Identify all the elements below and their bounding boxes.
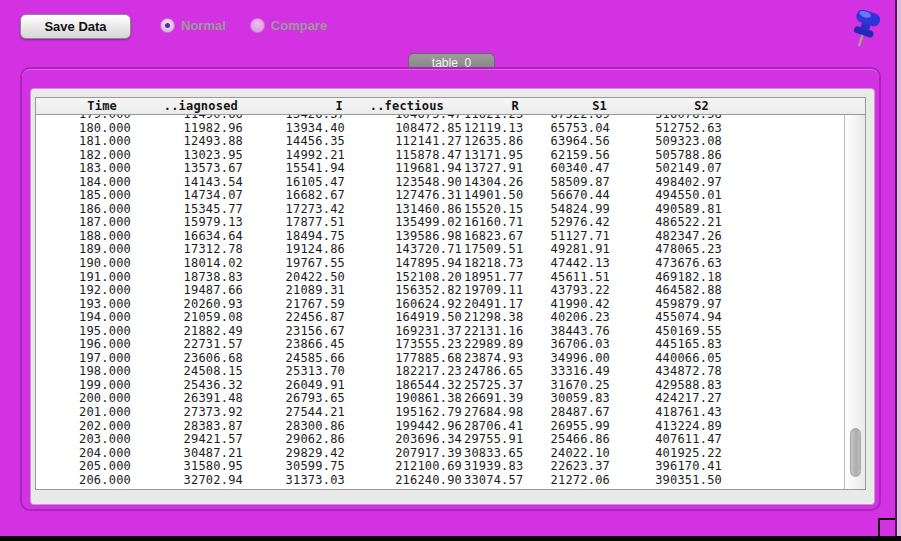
table-row[interactable]: 186.00015345.7717273.42131460.8615520.15…	[36, 203, 865, 217]
value-cell: 16105.47	[245, 176, 347, 190]
value-cell: 143720.71	[347, 243, 464, 257]
value-cell: 464582.88	[612, 284, 724, 298]
table-row[interactable]: 198.00024508.1525313.70182217.2324786.65…	[36, 365, 865, 379]
value-cell: 31580.95	[133, 460, 245, 474]
value-cell: 21882.49	[133, 325, 245, 339]
value-cell: 62159.56	[525, 149, 612, 163]
table-row[interactable]: 190.00018014.0219767.55147895.9418218.73…	[36, 257, 865, 271]
value-cell: 473676.63	[612, 257, 724, 271]
table-row[interactable]: 188.00016634.6418494.75139586.9816823.67…	[36, 230, 865, 244]
value-cell: 45611.51	[525, 271, 612, 285]
value-cell: 390351.50	[612, 474, 724, 488]
value-cell: 482347.26	[612, 230, 724, 244]
value-cell: 21089.31	[245, 284, 347, 298]
app-window: Save Data Normal Compare table_0 Time..i…	[0, 0, 901, 541]
value-cell: 509323.08	[612, 135, 724, 149]
pushpin-icon[interactable]	[846, 6, 884, 50]
table-row[interactable]: 182.00013023.9514992.21115878.4713171.95…	[36, 149, 865, 163]
value-cell: 12119.13	[464, 122, 525, 136]
vertical-scrollbar-thumb[interactable]	[850, 428, 861, 477]
radio-normal-label[interactable]: Normal	[181, 18, 226, 33]
table-row[interactable]: 200.00026391.4826793.65190861.3826691.39…	[36, 392, 865, 406]
value-cell: 43793.22	[525, 284, 612, 298]
value-cell: 13426.37	[245, 114, 347, 122]
value-cell: 14992.21	[245, 149, 347, 163]
window-bottom-border	[0, 536, 901, 541]
value-cell: 29829.42	[245, 447, 347, 461]
table-row[interactable]: 181.00012493.8814456.35112141.2712635.86…	[36, 135, 865, 149]
table-row[interactable]: 204.00030487.2129829.42207917.3930833.65…	[36, 447, 865, 461]
radio-compare[interactable]: Compare	[250, 18, 327, 33]
table-row[interactable]: 192.00019487.6621089.31156352.8219709.11…	[36, 284, 865, 298]
column-header[interactable]: ..fectious	[347, 99, 464, 113]
value-cell: 173555.23	[347, 338, 464, 352]
table-row[interactable]: 203.00029421.5729062.86203696.3429755.91…	[36, 433, 865, 447]
value-cell: 18494.75	[245, 230, 347, 244]
table-row[interactable]: 180.00011982.9613934.40108472.8512119.13…	[36, 122, 865, 136]
value-cell: 396170.41	[612, 460, 724, 474]
value-cell: 195162.79	[347, 406, 464, 420]
column-header[interactable]: R	[464, 99, 525, 113]
radio-normal[interactable]: Normal	[160, 18, 226, 33]
time-cell: 189.000	[36, 243, 133, 257]
radio-compare-label[interactable]: Compare	[271, 18, 327, 33]
value-cell: 413224.89	[612, 420, 724, 434]
table-row[interactable]: 193.00020260.9321767.59160624.9220491.17…	[36, 298, 865, 312]
table-scrollpane: Time..iagnosedI..fectiousRS1S2 179.00011…	[35, 97, 866, 490]
table-row[interactable]: 205.00031580.9530599.75212100.6931939.83…	[36, 460, 865, 474]
table-row[interactable]: 187.00015979.1317877.51135499.0216160.71…	[36, 216, 865, 230]
value-cell: 156352.82	[347, 284, 464, 298]
time-cell: 188.000	[36, 230, 133, 244]
table-row[interactable]: 197.00023606.6824585.66177885.6823874.93…	[36, 352, 865, 366]
table-row[interactable]: 183.00013573.6715541.94119681.9413727.91…	[36, 162, 865, 176]
value-cell: 25313.70	[245, 365, 347, 379]
time-cell: 183.000	[36, 162, 133, 176]
column-header[interactable]: S2	[612, 99, 724, 113]
column-header[interactable]: Time	[36, 99, 133, 113]
save-data-button[interactable]: Save Data	[20, 14, 131, 39]
table-row[interactable]: 189.00017312.7819124.86143720.7117509.51…	[36, 243, 865, 257]
value-cell: 15520.15	[464, 203, 525, 217]
column-header[interactable]: ..iagnosed	[133, 99, 245, 113]
value-cell: 25436.32	[133, 379, 245, 393]
value-cell: 26955.99	[525, 420, 612, 434]
table-row[interactable]: 185.00014734.0716682.67127476.3114901.50…	[36, 189, 865, 203]
value-cell: 164919.50	[347, 311, 464, 325]
time-cell: 180.000	[36, 122, 133, 136]
value-cell: 31373.03	[245, 474, 347, 488]
table-row[interactable]: 191.00018738.8320422.50152108.2018951.77…	[36, 271, 865, 285]
time-cell: 186.000	[36, 203, 133, 217]
table-row[interactable]: 206.00032702.9431373.03216240.9033074.57…	[36, 474, 865, 488]
column-header[interactable]: I	[245, 99, 347, 113]
value-cell: 14143.54	[133, 176, 245, 190]
value-cell: 31939.83	[464, 460, 525, 474]
value-cell: 18014.02	[133, 257, 245, 271]
value-cell: 459879.97	[612, 298, 724, 312]
vertical-scrollbar-track[interactable]	[844, 115, 865, 489]
table-row[interactable]: 194.00021059.0822456.87164919.5021298.38…	[36, 311, 865, 325]
value-cell: 40206.23	[525, 311, 612, 325]
table-row[interactable]: 196.00022731.5723866.45173555.2322989.89…	[36, 338, 865, 352]
radio-normal-circle[interactable]	[160, 18, 175, 33]
value-cell: 445165.83	[612, 338, 724, 352]
table-row[interactable]: 201.00027373.9227544.21195162.7927684.98…	[36, 406, 865, 420]
table-row[interactable]: 202.00028383.8728300.86199442.9628706.41…	[36, 420, 865, 434]
value-cell: 33316.49	[525, 365, 612, 379]
value-cell: 60340.47	[525, 162, 612, 176]
column-header[interactable]: S1	[525, 99, 612, 113]
table-row[interactable]: 184.00014143.5416105.47123548.9014304.26…	[36, 176, 865, 190]
value-cell: 216240.90	[347, 474, 464, 488]
radio-compare-circle[interactable]	[250, 18, 265, 33]
value-cell: 33074.57	[464, 474, 525, 488]
table-row[interactable]: 199.00025436.3226049.91186544.3225725.37…	[36, 379, 865, 393]
value-cell: 147895.94	[347, 257, 464, 271]
value-cell: 16682.67	[245, 189, 347, 203]
value-cell: 21059.08	[133, 311, 245, 325]
time-cell: 184.000	[36, 176, 133, 190]
table-row[interactable]: 179.00011490.6613426.37104675.4711621.23…	[36, 114, 865, 122]
value-cell: 16634.64	[133, 230, 245, 244]
value-cell: 34996.00	[525, 352, 612, 366]
value-cell: 19709.11	[464, 284, 525, 298]
table-row[interactable]: 195.00021882.4923156.67169231.3722131.16…	[36, 325, 865, 339]
value-cell: 14304.26	[464, 176, 525, 190]
